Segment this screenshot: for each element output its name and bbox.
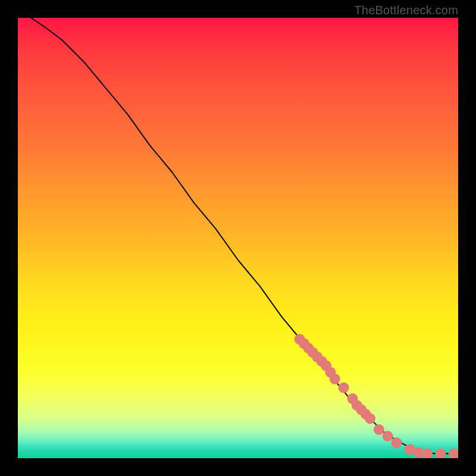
markers-layer <box>295 334 458 458</box>
marker-point <box>435 449 446 458</box>
marker-point <box>422 449 433 458</box>
curve-layer <box>31 18 449 454</box>
marker-point <box>330 374 340 384</box>
marker-point <box>374 424 384 435</box>
marker-point <box>449 449 458 458</box>
marker-point <box>391 437 402 448</box>
chart-frame: TheBottleneck.com <box>0 0 476 476</box>
marker-point <box>383 431 393 441</box>
watermark-text: TheBottleneck.com <box>354 4 458 17</box>
marker-point <box>365 413 375 424</box>
marker-point <box>339 383 349 393</box>
chart-overlay-svg <box>18 18 458 458</box>
curve-line <box>31 18 449 454</box>
